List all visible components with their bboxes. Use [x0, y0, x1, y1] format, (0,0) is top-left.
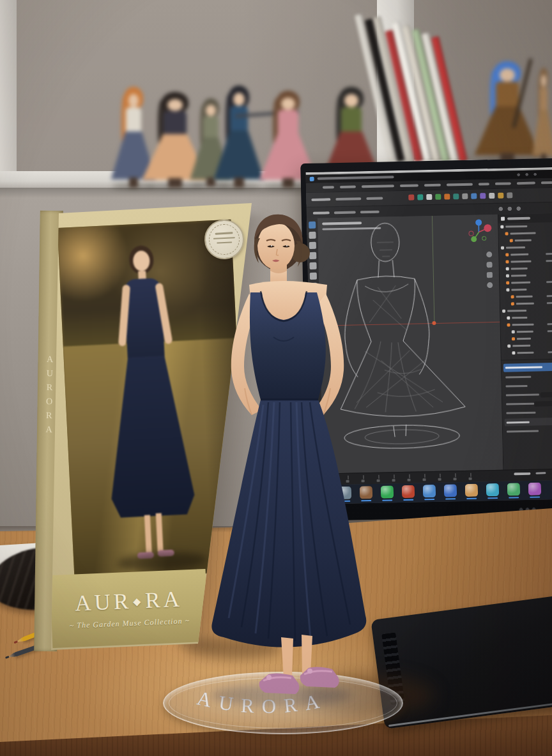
outliner-row[interactable]: [501, 349, 552, 357]
outliner-item-icon: [511, 302, 514, 305]
tool-dropdown[interactable]: [366, 197, 383, 200]
outliner-item-icon: [502, 310, 505, 313]
outliner-item-text: [512, 324, 534, 326]
property-label-text: [507, 430, 539, 433]
outliner-item-toggle[interactable]: [548, 330, 552, 332]
menu-item[interactable]: [541, 181, 552, 184]
menu-item[interactable]: [446, 183, 473, 186]
outliner-item-icon: [512, 351, 515, 354]
grid-toggle-icon[interactable]: [487, 282, 493, 288]
properties-row[interactable]: [504, 391, 552, 399]
outliner-item-icon: [506, 274, 509, 277]
figure-face: [167, 99, 183, 112]
toolbar-icon[interactable]: [498, 193, 503, 199]
app-icon[interactable]: [507, 483, 520, 495]
taskbar-app[interactable]: [528, 481, 542, 498]
outliner-item-text: [511, 282, 530, 284]
section-header-text: [507, 421, 530, 423]
app-icon[interactable]: [423, 485, 436, 497]
property-label-text: [506, 394, 539, 397]
properties-row[interactable]: [503, 373, 552, 381]
pan-icon[interactable]: [486, 262, 492, 268]
property-value-field[interactable]: [534, 401, 552, 407]
properties-row[interactable]: [504, 400, 552, 408]
outliner-item-icon: [511, 295, 514, 298]
toolbar-icon[interactable]: [507, 192, 512, 198]
taskbar-app[interactable]: [486, 483, 500, 499]
properties-row[interactable]: [503, 382, 552, 390]
app-icon[interactable]: [486, 483, 499, 496]
taskbar-app[interactable]: [423, 484, 436, 501]
window-controls[interactable]: [517, 172, 540, 176]
outliner-item-text: [505, 225, 527, 228]
app-active-underline: [424, 499, 434, 500]
tool-dropdown[interactable]: [335, 197, 361, 200]
taskbar-app[interactable]: [465, 483, 479, 500]
outliner-item-text: [512, 317, 527, 319]
app-icon[interactable]: [444, 484, 457, 497]
outliner-item-toggle[interactable]: [547, 323, 552, 325]
menu-item[interactable]: [424, 184, 440, 187]
outliner-item-toggle[interactable]: [547, 302, 552, 304]
photo-model-leg: [144, 515, 152, 554]
app-icon[interactable]: [528, 482, 541, 495]
outliner-item-icon: [507, 344, 510, 347]
zoom-icon[interactable]: [486, 252, 492, 257]
property-value-field[interactable]: [540, 392, 552, 397]
toolbar-icon[interactable]: [408, 195, 414, 200]
figure-legs: [282, 178, 294, 188]
properties-section-header-active[interactable]: [503, 363, 552, 372]
app-icon[interactable]: [402, 485, 415, 498]
outliner-item-text: [517, 331, 533, 333]
navigation-gizmo[interactable]: [464, 218, 493, 246]
outliner-item-toggle[interactable]: [546, 281, 552, 283]
menu-item[interactable]: [494, 182, 510, 185]
toolbar-icon[interactable]: [417, 194, 423, 200]
toolbar-icon[interactable]: [480, 193, 486, 199]
toolbar-icon[interactable]: [444, 193, 450, 199]
toolbar-icon[interactable]: [435, 194, 441, 200]
side-panels: [498, 213, 552, 470]
properties-section-header[interactable]: [505, 418, 552, 427]
menu-item[interactable]: [479, 183, 489, 185]
camera-icon[interactable]: [487, 272, 493, 278]
book-stack: [386, 9, 482, 162]
outliner-item-text: [506, 246, 525, 249]
taskbar-app[interactable]: [444, 483, 457, 500]
toolbar-icon[interactable]: [489, 193, 494, 199]
app-icon[interactable]: [465, 484, 478, 497]
menu-item[interactable]: [340, 185, 356, 188]
properties-row[interactable]: [505, 427, 552, 435]
app-active-underline: [530, 497, 540, 498]
outliner-item-text: [511, 275, 526, 277]
eye-highlight: [271, 245, 272, 246]
search-icon[interactable]: [498, 206, 524, 211]
outliner-item-toggle[interactable]: [547, 295, 552, 297]
menu-item[interactable]: [517, 182, 535, 185]
menu-item[interactable]: [323, 186, 334, 188]
toolbar-icon[interactable]: [453, 193, 459, 199]
app-active-underline: [403, 499, 413, 501]
taskbar-app[interactable]: [402, 485, 415, 501]
shoe-bow-icon: [307, 669, 312, 674]
menu-item[interactable]: [362, 185, 394, 188]
outliner-item-icon: [512, 330, 515, 333]
toolbar-icon[interactable]: [462, 193, 468, 199]
eye-highlight: [286, 245, 288, 246]
outliner-item-toggle[interactable]: [546, 260, 552, 262]
outliner-item-icon: [505, 232, 508, 235]
property-label-text: [506, 403, 534, 405]
outliner-item-toggle[interactable]: [546, 253, 552, 255]
mode-dropdown[interactable]: [311, 198, 330, 201]
figure-face: [344, 94, 358, 107]
outliner-item-icon: [500, 225, 503, 229]
toolbar-icon[interactable]: [426, 194, 432, 200]
shelf-figure: [483, 61, 532, 163]
taskbar-app[interactable]: [507, 482, 521, 499]
property-label-text: [505, 376, 531, 379]
menu-item[interactable]: [400, 184, 418, 187]
outliner-item-text: [511, 289, 526, 291]
properties-row[interactable]: [504, 409, 552, 417]
outliner-item-toggle[interactable]: [548, 351, 552, 353]
toolbar-icon[interactable]: [471, 193, 477, 199]
